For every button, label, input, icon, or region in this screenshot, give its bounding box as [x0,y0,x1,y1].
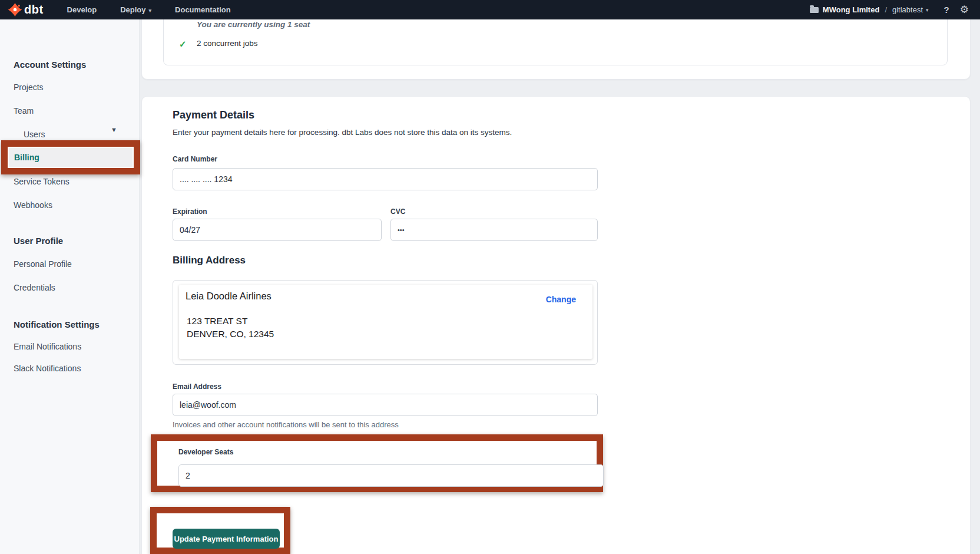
caret-down-icon[interactable]: ▼ [111,126,117,133]
sidebar-item-email-notifications[interactable]: Email Notifications [14,342,81,351]
payment-details-heading: Payment Details [173,109,254,121]
folder-icon [810,7,819,13]
payment-details-subtitle: Enter your payment details here for proc… [173,128,512,137]
dbt-logo-text[interactable]: dbt [24,3,44,17]
dbt-logo-icon[interactable] [8,2,22,17]
seat-usage-note: You are currently using 1 seat [197,20,310,29]
developer-seats-input[interactable]: 2 [178,464,604,487]
sidebar-item-personal-profile[interactable]: Personal Profile [14,259,72,269]
card-number-label: Card Number [173,155,217,163]
card-number-input[interactable]: .... .... .... 1234 [173,168,598,190]
concurrent-jobs-text: 2 concurrent jobs [197,39,258,48]
sidebar-item-credentials[interactable]: Credentials [14,283,55,292]
sidebar-heading-account-settings: Account Settings [14,60,86,70]
change-address-link[interactable]: Change [546,295,576,304]
settings-sidebar: Account Settings Projects Team ▼ Users S… [0,19,140,554]
billing-address-line2: DENVER, CO, 12345 [187,328,274,341]
email-address-input[interactable]: leia@woof.com [173,394,598,416]
sidebar-item-service-tokens[interactable]: Service Tokens [14,177,69,186]
sidebar-item-webhooks[interactable]: Webhooks [14,200,52,210]
annotation-box-developer-seats: Developer Seats 2 [151,434,603,492]
sidebar-item-users[interactable]: Users [24,130,45,139]
expiration-input[interactable]: 04/27 [173,219,382,241]
sidebar-heading-user-profile: User Profile [14,236,63,246]
navbar-account-area: MWong Limited / gitlabtest ▾ ? ⚙ [810,0,969,19]
expiration-label: Expiration [173,207,207,216]
sidebar-item-billing[interactable]: Billing [14,148,39,167]
project-selector[interactable]: gitlabtest [892,5,923,14]
org-name[interactable]: MWong Limited [823,5,880,14]
help-icon[interactable]: ? [944,5,949,15]
check-icon: ✓ [179,39,187,50]
nav-item-documentation[interactable]: Documentation [175,5,231,14]
org-project-separator: / [885,5,887,14]
sidebar-item-team[interactable]: Team [14,106,34,116]
nav-item-deploy[interactable]: Deploy▾ [120,5,151,14]
developer-seats-label: Developer Seats [178,448,233,456]
update-payment-button[interactable]: Update Payment Information [173,529,280,549]
billing-address-lines: 123 TREAT ST DENVER, CO, 12345 [187,315,274,340]
chevron-down-icon: ▾ [149,8,152,14]
cvc-input[interactable]: ••• [390,219,598,241]
email-helper-text: Invoices and other account notifications… [173,420,399,429]
nav-item-develop[interactable]: Develop [67,5,97,14]
billing-address-card: Leia Doodle Airlines Change 123 TREAT ST… [179,285,592,359]
email-address-label: Email Address [173,382,221,391]
sidebar-heading-notification-settings: Notification Settings [14,319,100,329]
sidebar-item-slack-notifications[interactable]: Slack Notifications [14,364,81,373]
billing-address-box: Leia Doodle Airlines Change 123 TREAT ST… [173,280,598,365]
navbar-left: dbt Develop Deploy▾ Documentation [0,2,231,17]
gear-icon[interactable]: ⚙ [960,5,969,15]
annotation-box-update-button: Update Payment Information [150,507,290,554]
sidebar-item-projects[interactable]: Projects [14,83,44,92]
billing-address-company: Leia Doodle Airlines [186,291,272,302]
chevron-down-icon[interactable]: ▾ [926,7,929,13]
nav-item-deploy-label: Deploy [120,5,145,14]
annotation-box-billing: Billing [1,140,140,174]
billing-address-line1: 123 TREAT ST [187,315,274,328]
top-navbar: dbt Develop Deploy▾ Documentation MWong … [0,0,980,19]
cvc-label: CVC [390,207,405,216]
sidebar-item-billing-active[interactable]: Billing [9,148,133,167]
billing-address-heading: Billing Address [173,255,246,266]
